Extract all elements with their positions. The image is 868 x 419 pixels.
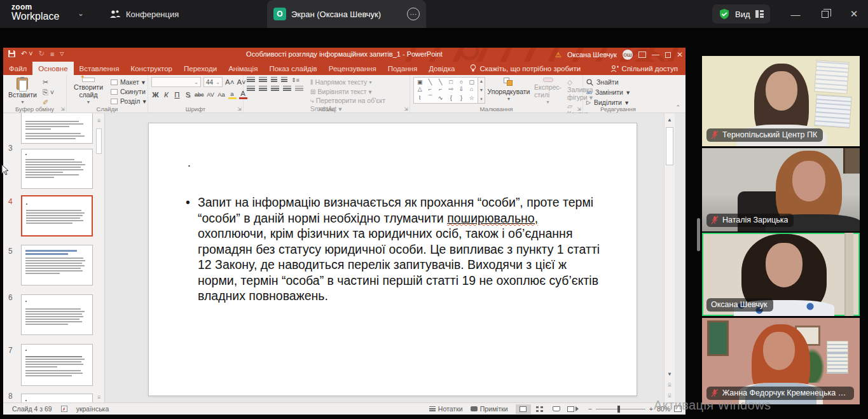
- underline-button[interactable]: П: [173, 91, 181, 99]
- arrange-button[interactable]: Упорядкувати▼: [489, 77, 528, 105]
- bullets-icon[interactable]: [247, 77, 255, 83]
- account-name[interactable]: Оксана Шевчук: [567, 51, 617, 58]
- tab-help[interactable]: Довідка: [423, 62, 460, 75]
- tab-home[interactable]: Основне: [32, 62, 73, 75]
- quick-styles-button[interactable]: Експрес-стилі▼: [532, 77, 563, 105]
- tab-meeting[interactable]: Конференция: [109, 0, 179, 28]
- strikethrough-button[interactable]: abc: [195, 92, 204, 98]
- corner-shape-icon[interactable]: ⌐: [429, 86, 432, 92]
- left-brace-shape-icon[interactable]: {: [450, 95, 452, 101]
- ppt-close-button[interactable]: ✕: [677, 50, 683, 59]
- tab-design[interactable]: Конструктор: [125, 62, 178, 75]
- paste-button[interactable]: Вставити▼: [6, 77, 39, 105]
- font-dialog-launcher[interactable]: ⇲: [237, 106, 242, 112]
- new-slide-button[interactable]: Створити слайд▼: [70, 77, 107, 105]
- slideshow-button[interactable]: [565, 404, 581, 414]
- tab-animations[interactable]: Анімація: [223, 62, 263, 75]
- arc-shape-icon[interactable]: ⌒: [427, 93, 433, 102]
- tab-screen-share[interactable]: O Экран (Оксана Шевчук) ⋯: [267, 0, 426, 28]
- section-button[interactable]: Розділ ▾: [111, 97, 146, 105]
- canvas-scroll-thumb[interactable]: [666, 127, 673, 165]
- ellipse-shape-icon[interactable]: ○: [460, 79, 463, 85]
- collapse-ribbon-icon[interactable]: ⌃: [675, 104, 680, 111]
- canvas-scrollbar[interactable]: ▲ ▼ ⍓ ⍌: [664, 113, 675, 402]
- paragraph-dialog-launcher[interactable]: ⇲: [404, 106, 408, 112]
- tab-view[interactable]: Подання: [382, 62, 423, 75]
- thumbnail-slide-8-partial[interactable]: [21, 394, 93, 402]
- bold-button[interactable]: Ж: [151, 91, 160, 99]
- highlight-color-button[interactable]: a: [228, 90, 237, 99]
- triangle-shape-icon[interactable]: △: [418, 86, 422, 92]
- slide-body-text[interactable]: •Запит на інформацію визначається як про…: [186, 195, 605, 304]
- align-left-icon[interactable]: [247, 86, 255, 92]
- align-center-icon[interactable]: [259, 86, 267, 92]
- thumbnail-slide-2-partial[interactable]: [21, 113, 93, 144]
- avatar[interactable]: ОШ: [623, 50, 633, 60]
- find-button[interactable]: Знайти: [586, 78, 630, 86]
- align-right-icon[interactable]: [271, 86, 279, 92]
- copy-icon[interactable]: ⎘ ˅: [43, 88, 54, 97]
- clipboard-dialog-launcher[interactable]: ⇲: [60, 106, 65, 112]
- tab-transitions[interactable]: Переходи: [178, 62, 223, 75]
- scroll-top-icon[interactable]: ⍓: [95, 118, 103, 123]
- pentagon-shape-icon[interactable]: ⌂: [470, 86, 473, 92]
- text-shadow-button[interactable]: S: [184, 91, 192, 99]
- more-options-icon[interactable]: ⋯: [407, 8, 420, 20]
- reset-button[interactable]: Скинути: [111, 88, 146, 95]
- change-case-button[interactable]: Aa: [217, 91, 226, 98]
- angle-shape-icon[interactable]: ⌐: [439, 86, 442, 92]
- video-tile-2[interactable]: Наталія Зарицька: [702, 148, 860, 231]
- tell-me-box[interactable]: Скажіть, що потрібно зробити: [470, 64, 581, 72]
- decrease-indent-icon[interactable]: [271, 77, 277, 83]
- thumbnail-scrollbar[interactable]: ⍓ ⍌: [95, 113, 103, 402]
- star-shape-icon[interactable]: ☆: [469, 95, 474, 101]
- line-spacing-icon[interactable]: ⇕≡: [291, 77, 300, 83]
- down-arrow-shape-icon[interactable]: ⇩: [459, 86, 464, 92]
- language-indicator[interactable]: українська: [76, 405, 109, 413]
- ppt-minimize-button[interactable]: —: [652, 50, 659, 59]
- grow-font-button[interactable]: A˄: [225, 78, 234, 86]
- sidebar-scrollbar-thumb[interactable]: [697, 218, 700, 251]
- comments-button[interactable]: Примітки: [471, 405, 508, 413]
- align-text-button[interactable]: ⊞ Вирівняти текст ▾: [310, 88, 406, 95]
- line-shape-icon[interactable]: ╲: [429, 79, 432, 85]
- rounded-rect-shape-icon[interactable]: ▢: [469, 79, 475, 85]
- thumbnail-slide-6[interactable]: [21, 294, 93, 335]
- scroll-up-icon[interactable]: ▲: [665, 117, 675, 123]
- freeform-shape-icon[interactable]: ⌇: [418, 95, 421, 101]
- thumbnail-slide-4-selected[interactable]: [21, 195, 93, 237]
- justify-icon[interactable]: [283, 86, 291, 92]
- video-tile-1[interactable]: Тернопільський Центр ПК: [702, 56, 860, 146]
- rectangle-shape-icon[interactable]: □: [449, 79, 452, 85]
- previous-slide-icon[interactable]: ⍓: [665, 382, 675, 388]
- tab-file[interactable]: Файл: [3, 62, 32, 75]
- increase-indent-icon[interactable]: [281, 77, 287, 83]
- character-spacing-button[interactable]: AV: [207, 92, 215, 98]
- ppt-restore-icon[interactable]: [665, 52, 671, 58]
- drawing-dialog-launcher[interactable]: ⇲: [577, 106, 581, 112]
- ribbon-display-options-icon[interactable]: [638, 52, 646, 58]
- thumbnail-slide-3[interactable]: [21, 149, 93, 189]
- thumbnail-slide-7[interactable]: [21, 344, 93, 386]
- tab-insert[interactable]: Вставлення: [74, 62, 125, 75]
- layout-button[interactable]: Макет ▾: [111, 78, 146, 86]
- spellcheck-icon[interactable]: ✗: [61, 406, 67, 412]
- warning-icon[interactable]: ⚠: [555, 51, 561, 59]
- chevron-down-icon[interactable]: ⌄: [78, 9, 84, 18]
- share-button[interactable]: Спільний доступ: [610, 65, 678, 72]
- thumbnail-slide-5[interactable]: [21, 245, 93, 285]
- curve-shape-icon[interactable]: ∿: [438, 95, 443, 101]
- slide-4[interactable]: • •Запит на інформацію визначається як п…: [148, 123, 637, 396]
- normal-view-button[interactable]: [516, 404, 531, 414]
- columns-icon[interactable]: [295, 86, 303, 92]
- replace-button[interactable]: abЗамінити ▾: [586, 88, 630, 96]
- tab-review[interactable]: Рецензування: [323, 62, 382, 75]
- video-tile-3-active-speaker[interactable]: Оксана Шевчук: [702, 233, 860, 316]
- shapes-gallery[interactable]: ▣╲╲□○▢ △⌐⌐⇨⇩⌂ ⌇⌒∿{}☆: [413, 77, 478, 104]
- cut-icon[interactable]: ✂: [43, 78, 54, 86]
- arrow-shape-icon[interactable]: ╲: [439, 79, 442, 85]
- zoom-in-button[interactable]: +: [649, 405, 653, 413]
- zoom-out-button[interactable]: −: [588, 405, 592, 413]
- textbox-shape-icon[interactable]: ▣: [417, 79, 423, 85]
- shapes-gallery-scrollbar[interactable]: ▲▼▾: [478, 77, 485, 104]
